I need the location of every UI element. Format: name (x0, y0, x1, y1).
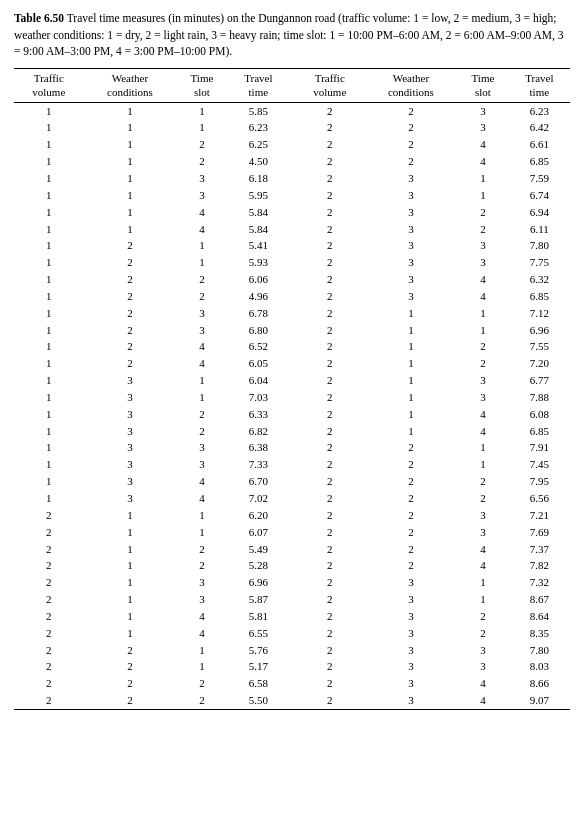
table-cell: 2 (84, 642, 177, 659)
table-cell: 1 (14, 170, 84, 187)
table-cell: 1 (176, 102, 227, 119)
table-cell: 6.07 (228, 524, 289, 541)
table-cell: 2 (365, 507, 458, 524)
table-cell: 3 (84, 423, 177, 440)
col-header-travel-time-left: Traveltime (228, 69, 289, 103)
table-cell: 1 (14, 204, 84, 221)
table-cell: 1 (14, 136, 84, 153)
table-cell: 6.61 (509, 136, 570, 153)
col-header-weather-cond-right: Weatherconditions (365, 69, 458, 103)
table-cell: 2 (14, 625, 84, 642)
table-cell: 3 (84, 406, 177, 423)
table-cell: 1 (84, 221, 177, 238)
table-cell: 3 (457, 658, 508, 675)
table-cell: 2 (295, 102, 365, 119)
table-cell: 3 (365, 254, 458, 271)
table-cell: 4 (457, 423, 508, 440)
table-cell: 2 (176, 153, 227, 170)
table-row: 2125.492247.37 (14, 541, 570, 558)
table-cell: 3 (365, 675, 458, 692)
table-cell: 6.18 (228, 170, 289, 187)
table-cell: 3 (365, 692, 458, 709)
table-row: 1326.822146.85 (14, 423, 570, 440)
table-cell: 8.67 (509, 591, 570, 608)
table-cell: 6.77 (509, 372, 570, 389)
table-cell: 6.23 (228, 119, 289, 136)
table-cell: 1 (14, 439, 84, 456)
table-cell: 2 (457, 608, 508, 625)
table-cell: 7.02 (228, 490, 289, 507)
table-cell: 2 (84, 271, 177, 288)
table-cell: 6.82 (228, 423, 289, 440)
table-cell: 2 (295, 456, 365, 473)
table-cell: 1 (84, 136, 177, 153)
table-cell: 3 (365, 591, 458, 608)
table-cell: 5.84 (228, 204, 289, 221)
table-cell: 7.80 (509, 642, 570, 659)
table-cell: 3 (365, 625, 458, 642)
table-cell: 6.38 (228, 439, 289, 456)
table-cell: 2 (295, 524, 365, 541)
table-cell: 2 (14, 541, 84, 558)
table-cell: 3 (84, 473, 177, 490)
table-cell: 2 (14, 557, 84, 574)
table-cell: 2 (295, 692, 365, 709)
table-cell: 2 (295, 490, 365, 507)
table-cell: 2 (295, 658, 365, 675)
caption-body: Travel time measures (in minutes) on the… (14, 12, 563, 57)
table-cell: 1 (14, 288, 84, 305)
table-cell: 3 (365, 221, 458, 238)
table-cell: 3 (365, 170, 458, 187)
table-cell: 7.20 (509, 355, 570, 372)
table-cell: 2 (365, 456, 458, 473)
table-cell: 2 (365, 490, 458, 507)
table-row: 1215.932337.75 (14, 254, 570, 271)
table-cell: 7.55 (509, 338, 570, 355)
table-cell: 2 (84, 322, 177, 339)
table-cell: 6.80 (228, 322, 289, 339)
table-cell: 1 (176, 237, 227, 254)
table-row: 2125.282247.82 (14, 557, 570, 574)
table-cell: 1 (176, 372, 227, 389)
table-cell: 3 (457, 237, 508, 254)
table-cell: 7.33 (228, 456, 289, 473)
table-cell: 1 (457, 170, 508, 187)
table-cell: 2 (176, 541, 227, 558)
table-cell: 1 (14, 423, 84, 440)
table-cell: 2 (84, 338, 177, 355)
table-cell: 2 (176, 288, 227, 305)
table-cell: 7.80 (509, 237, 570, 254)
table-cell: 6.85 (509, 423, 570, 440)
table-cell: 6.85 (509, 288, 570, 305)
table-cell: 6.96 (228, 574, 289, 591)
table-cell: 1 (14, 153, 84, 170)
table-cell: 1 (84, 591, 177, 608)
table-cell: 1 (457, 439, 508, 456)
table-row: 2135.872318.67 (14, 591, 570, 608)
table-cell: 2 (176, 271, 227, 288)
table-cell: 2 (457, 221, 508, 238)
table-cell: 8.64 (509, 608, 570, 625)
table-cell: 2 (295, 305, 365, 322)
table-cell: 3 (365, 658, 458, 675)
table-cell: 3 (365, 574, 458, 591)
table-cell: 2 (295, 170, 365, 187)
table-cell: 2 (84, 254, 177, 271)
table-cell: 2 (176, 406, 227, 423)
table-cell: 2 (14, 591, 84, 608)
table-cell: 3 (84, 372, 177, 389)
table-cell: 3 (365, 204, 458, 221)
col-header-time-slot-left: Timeslot (176, 69, 227, 103)
table-cell: 2 (295, 254, 365, 271)
table-cell: 2 (14, 675, 84, 692)
header-row: Trafficvolume Weatherconditions Timeslot… (14, 69, 570, 103)
table-cell: 4 (457, 271, 508, 288)
table-cell: 6.25 (228, 136, 289, 153)
table-cell: 4 (457, 288, 508, 305)
table-cell: 7.37 (509, 541, 570, 558)
table-cell: 1 (84, 187, 177, 204)
table-cell: 3 (365, 608, 458, 625)
table-cell: 4 (176, 204, 227, 221)
table-row: 1337.332217.45 (14, 456, 570, 473)
table-cell: 4.96 (228, 288, 289, 305)
